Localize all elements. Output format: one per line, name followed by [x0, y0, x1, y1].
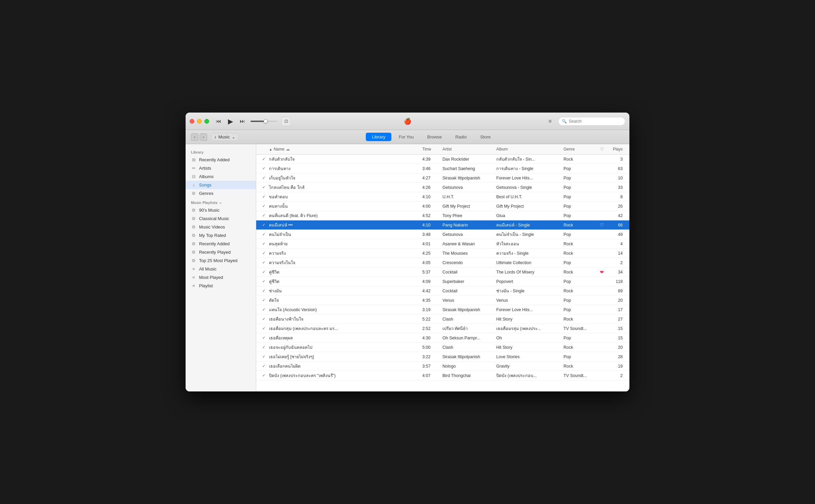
search-input[interactable]	[569, 119, 622, 124]
volume-knob[interactable]	[264, 119, 268, 123]
sidebar-item-albums[interactable]: ⊟ Albums	[186, 172, 256, 181]
song-name: คนที่แสนดี (feat. คิว Flure)	[267, 211, 420, 220]
song-album: Oh	[494, 335, 561, 341]
rewind-button[interactable]: ⏮	[215, 118, 223, 125]
sidebar-item-music-videos[interactable]: ⚙ Music Videos	[186, 223, 256, 231]
apple-logo: 🍎	[404, 118, 411, 125]
table-row[interactable]: ✓ เธอคือนางฟ้าในใจ 5:22 Clash Hit Story …	[256, 314, 629, 324]
table-row[interactable]: ✓ เธอคือมรสุม (เพลงประกอบละคร มร... 2:52…	[256, 324, 629, 333]
sidebar-item-90s-music[interactable]: ⚙ 90's Music	[186, 206, 256, 214]
song-plays: 33	[609, 184, 625, 191]
sidebar-item-all-music[interactable]: ≡ All Music	[186, 265, 256, 273]
sidebar-item-genres[interactable]: ⚙ Genres	[186, 189, 256, 198]
table-row[interactable]: ✓ ขอคำตอบ 4:10 U.H.T. Best of U.H.T. Pop…	[256, 192, 629, 202]
song-genre: Pop	[561, 353, 595, 360]
song-heart[interactable]: ❤	[595, 269, 609, 275]
table-row[interactable]: ✓ คนทางนั้น 4:00 Gift My Project Gift My…	[256, 202, 629, 211]
sidebar-item-recently-added[interactable]: ⊞ Recently Added	[186, 156, 256, 164]
th-name[interactable]: ▲ Name ☁	[267, 145, 420, 153]
table-row[interactable]: ✓ ไกลแค่ไหน คือ ใกล้ 4:26 Getsunova Gets…	[256, 183, 629, 192]
table-row[interactable]: ✓ คู่ชีวิต 5:37 Cocktail The Lords Of Mi…	[256, 267, 629, 277]
sidebar-item-label: My Top Rated	[199, 233, 226, 238]
sidebar-item-recently-added-playlist[interactable]: ⚙ Recently Added	[186, 240, 256, 248]
table-row[interactable]: ✓ ปิดบัง (เพลงประกอบละคร "เพลิงนรี") 4:0…	[256, 371, 629, 380]
song-plays: 27	[609, 316, 625, 323]
song-album: Best of U.H.T.	[494, 194, 561, 200]
song-artist: Clash	[440, 344, 494, 351]
table-row[interactable]: ✓ เธอจะอยู่กับฉันตลอดไป 5:00 Clash Hit S…	[256, 343, 629, 352]
back-arrow-button[interactable]: ‹	[191, 133, 198, 141]
song-artist: Dax Rockrider	[440, 156, 494, 163]
tab-library[interactable]: Library	[366, 133, 391, 141]
song-genre: Pop	[561, 278, 595, 285]
table-row[interactable]: ✓ คนไม่จำเป็น 3:48 Getsunova คนไม่จำเป็น…	[256, 230, 629, 239]
tab-browse[interactable]: Browse	[421, 133, 448, 141]
sidebar-item-songs[interactable]: ♪ Songs	[186, 181, 256, 189]
source-label: Music	[219, 134, 230, 139]
maximize-button[interactable]	[204, 119, 209, 124]
song-plays: 20	[609, 344, 625, 351]
minimize-button[interactable]	[197, 119, 202, 124]
th-heart[interactable]: ♡	[595, 145, 609, 153]
tab-for-you[interactable]: For You	[393, 133, 420, 141]
song-name: ไกลแค่ไหน คือ ใกล้	[267, 183, 420, 192]
song-name: เธอเลือกคนไม่ผิด	[267, 362, 420, 371]
table-row[interactable]: ✓ เธอไม่เคยรู้ [ชายไม่จริงๆ] 3:22 Sirasa…	[256, 352, 629, 362]
tab-radio[interactable]: Radio	[449, 133, 473, 141]
th-artist[interactable]: Artist	[440, 145, 494, 153]
table-row[interactable]: ✓ เธอคือเหตุผล 4:30 Oh Seksun Parnpr... …	[256, 333, 629, 343]
close-button[interactable]	[190, 119, 194, 124]
playlists-section-header[interactable]: Music Playlists ⌄	[186, 198, 256, 206]
sidebar-item-classical-music[interactable]: ⚙ Classical Music	[186, 214, 256, 223]
sidebar-item-top-25-most-played[interactable]: ⚙ Top 25 Most Played	[186, 256, 256, 265]
fast-forward-button[interactable]: ⏭	[238, 118, 246, 125]
table-row[interactable]: ✓ กลับตัวกลับใจ 4:39 Dax Rockrider กลับต…	[256, 155, 629, 164]
song-artist: Bird Thongchai	[440, 372, 494, 379]
sidebar-item-my-top-rated[interactable]: ⚙ My Top Rated	[186, 231, 256, 240]
song-name: กลับตัวกลับใจ	[267, 155, 420, 164]
menu-button[interactable]: ≡	[545, 117, 555, 126]
song-artist: Sirasak Ittipolpanish	[440, 306, 494, 313]
table-row[interactable]: ✓ ช่างมัน 4:42 Cocktail ช่างมัน - Single…	[256, 286, 629, 296]
table-row[interactable]: ✓ คู่ชีวิต 4:09 Superbaker Popovert Pop …	[256, 277, 629, 286]
table-row[interactable]: ✓ เก็บอยู่ในหัวใจ 4:27 Sirasak Ittipolpa…	[256, 173, 629, 183]
sidebar-item-recently-played[interactable]: ⚙ Recently Played	[186, 248, 256, 256]
table-row[interactable]: ✓ ตัดใจ 4:35 Venus Venus Pop 20	[256, 296, 629, 305]
search-bar[interactable]: 🔍	[558, 117, 625, 126]
table-row[interactable]: ✓ การเดินทาง 3:46 Suchart Saeheng การเดิ…	[256, 164, 629, 173]
sidebar-item-most-played[interactable]: ≡ Most Played	[186, 273, 256, 282]
th-plays[interactable]: Plays	[609, 145, 625, 153]
song-genre: Pop	[561, 335, 595, 341]
th-album[interactable]: Album	[494, 145, 561, 153]
forward-arrow-button[interactable]: ›	[200, 133, 207, 141]
th-genre[interactable]: Genre	[561, 145, 595, 153]
sidebar-item-label: Albums	[199, 174, 214, 179]
song-name: คนมีเสน่ห์ •••	[267, 221, 420, 229]
airplay-button[interactable]: ⊡	[281, 117, 291, 126]
sidebar-item-playlist[interactable]: ≡ Playlist	[186, 282, 256, 290]
table-row[interactable]: ✓ คนมีเสน่ห์ ••• 4:10 Pang Nakarin คนมีเ…	[256, 220, 629, 230]
song-heart[interactable]: ♡	[595, 222, 609, 227]
check-cell: ✓	[260, 298, 267, 302]
song-time: 5:22	[420, 316, 440, 323]
albums-icon: ⊟	[191, 174, 196, 179]
song-genre: Pop	[561, 297, 595, 304]
playlists-chevron-icon: ⌄	[219, 200, 222, 205]
th-time[interactable]: Time	[420, 145, 440, 153]
table-row[interactable]: ✓ คนที่แสนดี (feat. คิว Flure) 4:52 Tony…	[256, 211, 629, 220]
source-selector[interactable]: ♪ Music ⌄	[211, 133, 238, 141]
sidebar-item-artists[interactable]: ✏ Artists	[186, 164, 256, 172]
table-row[interactable]: ✓ แทนใจ (Acoustic Version) 3:19 Sirasak …	[256, 305, 629, 314]
content-area: ▲ Name ☁ Time Artist Album Genre ♡ Plays…	[256, 144, 629, 391]
table-row[interactable]: ✓ ความจริงในใจ 4:05 Crescendo Ultimate C…	[256, 258, 629, 267]
song-genre: Pop	[561, 203, 595, 210]
volume-slider[interactable]	[250, 121, 277, 122]
table-row[interactable]: ✓ เธอเลือกคนไม่ผิด 3:57 Nologo Gravity R…	[256, 362, 629, 371]
play-button[interactable]: ▶	[227, 117, 234, 126]
song-time: 4:30	[420, 335, 440, 341]
table-row[interactable]: ✓ ความจริง 4:25 The Mousses ความจริง - S…	[256, 249, 629, 258]
song-time: 4:25	[420, 250, 440, 257]
table-row[interactable]: ✓ คนสุดท้าย 4:01 Asanee & Wasan หัวใจสะอ…	[256, 239, 629, 249]
tab-store[interactable]: Store	[474, 133, 497, 141]
airplay-icon: ⊡	[284, 119, 288, 124]
